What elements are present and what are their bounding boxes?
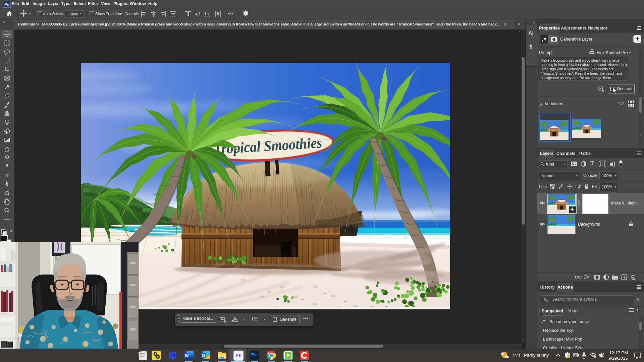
svg-text:T: T — [5, 172, 9, 179]
svg-text:O: O — [202, 353, 205, 358]
svg-text:W: W — [185, 353, 189, 358]
svg-text:!: ! — [568, 356, 569, 358]
